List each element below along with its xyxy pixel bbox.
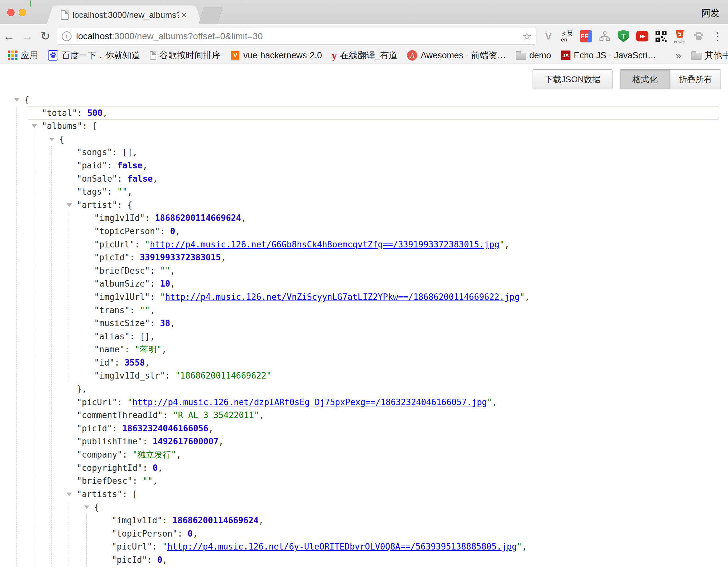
json-line: "musicSize": 38, — [0, 317, 728, 330]
indent-guide — [51, 172, 52, 185]
indent-guide — [69, 264, 69, 277]
json-punctuation: [ — [132, 489, 138, 499]
indent-guide — [34, 540, 34, 553]
json-value-number: 3391993372383015 — [140, 252, 221, 262]
indent-guide — [69, 211, 69, 225]
indent-guide — [51, 185, 52, 198]
html5-player-extension-icon[interactable]: 5PLAYER — [674, 30, 686, 42]
json-link-url[interactable]: http://p4.music.126.net/dzpIARf0sEg_Dj75… — [132, 397, 487, 407]
indent-guide — [51, 527, 52, 540]
sitemap-extension-icon[interactable] — [599, 30, 611, 42]
bookmark-baidu[interactable]: 百度一下，你就知道 — [48, 50, 140, 61]
json-value-string: "18686200114669622" — [175, 371, 271, 381]
new-tab-button[interactable] — [198, 7, 223, 24]
indent-guide — [51, 409, 52, 422]
indent-guide — [51, 277, 52, 291]
qr-code-extension-icon[interactable] — [655, 30, 667, 42]
indent-guide — [51, 462, 52, 475]
json-value-number: 1492617600007 — [153, 437, 219, 446]
bookmark-star-icon[interactable]: ☆ — [522, 30, 532, 42]
collapse-triangle-icon[interactable] — [14, 98, 19, 102]
indent-guide — [51, 553, 52, 567]
indent-guide — [51, 422, 52, 435]
collapse-triangle-icon[interactable] — [67, 493, 72, 496]
collapse-all-button[interactable]: 折叠所有 — [670, 70, 721, 89]
indent-guide — [69, 251, 69, 264]
json-line: "copyrightId": 0, — [0, 462, 728, 475]
json-value-string: "" — [160, 266, 170, 275]
json-line: "publishTime": 1492617600007, — [0, 435, 728, 448]
translate-extension-icon[interactable]: 英⇄en — [561, 30, 573, 42]
indent-guide — [51, 369, 52, 383]
json-key: "briefDesc" — [94, 266, 150, 275]
json-link-url[interactable]: http://p4.music.126.net/G6Gb8hsCk4h8oemc… — [150, 239, 499, 249]
zoom-window-button[interactable] — [30, 0, 31, 7]
site-info-icon[interactable]: i — [62, 31, 72, 41]
indent-guide — [51, 251, 52, 264]
json-value-string: "R_AL_3_35422011" — [173, 410, 259, 420]
bookmark-google-sort[interactable]: 谷歌按时间排序 — [150, 50, 221, 61]
json-line: "albumSize": 10, — [0, 277, 728, 291]
json-link-url[interactable]: http://p4.music.126.net/VnZiScyynLG7atLI… — [165, 292, 520, 302]
bookmark-folder-demo[interactable]: demo — [516, 50, 551, 61]
reload-button[interactable]: ↻ — [36, 29, 54, 43]
bookmark-youdao-translate[interactable]: y 在线翻译_有道 — [332, 50, 397, 61]
indent-guide — [69, 330, 69, 343]
profile-name[interactable]: 阿发 — [701, 7, 720, 19]
address-bar[interactable]: i localhost:3000/new_albums?offset=0&lim… — [57, 28, 536, 45]
indent-guide — [34, 304, 34, 317]
indent-guide — [86, 540, 87, 553]
collapse-triangle-icon[interactable] — [32, 124, 37, 128]
bookmarks-bar: 应用 百度一下，你就知道 谷歌按时间排序 V vue-hackernews-2.… — [0, 48, 728, 63]
indent-guide — [34, 383, 34, 396]
video-fastforward-extension-icon[interactable]: ▶▶ — [636, 30, 648, 42]
indent-guide — [86, 514, 87, 527]
bookmarks-overflow-chevron[interactable]: » — [676, 50, 681, 61]
collapse-triangle-icon[interactable] — [67, 203, 72, 207]
json-key: "artists" — [77, 489, 122, 499]
collapse-triangle-icon[interactable] — [84, 506, 89, 509]
fe-extension-icon[interactable]: FE — [580, 30, 592, 42]
json-key: "total" — [42, 108, 77, 118]
download-json-button[interactable]: 下载JSON数据 — [533, 69, 612, 89]
bookmark-awesomes[interactable]: A Awesomes - 前端资… — [407, 50, 506, 61]
paw-extension-icon[interactable] — [692, 30, 705, 42]
json-value-number: 0 — [188, 529, 193, 539]
forward-button[interactable]: → — [18, 29, 36, 43]
json-link-url[interactable]: http://p4.music.126.net/6y-UleORITEDbvrO… — [167, 542, 517, 551]
json-key: "name" — [94, 345, 125, 354]
other-bookmarks-folder[interactable]: 其他书签 — [691, 50, 728, 61]
folder-icon — [516, 53, 526, 60]
browser-menu-icon[interactable]: ⋮ — [711, 30, 723, 42]
bookmark-echojs[interactable]: JS Echo JS - JavaScri… — [561, 50, 656, 61]
minimize-window-button[interactable] — [19, 9, 26, 16]
json-key: "topicPerson" — [94, 226, 160, 236]
indent-guide — [51, 501, 52, 514]
json-punctuation: }, — [77, 384, 87, 394]
vue-devtools-icon[interactable]: V — [542, 30, 555, 42]
back-button[interactable]: ← — [0, 29, 18, 43]
indent-guide — [34, 317, 34, 330]
bookmark-apps[interactable]: 应用 — [8, 50, 38, 61]
close-window-button[interactable] — [7, 9, 15, 16]
json-line: "picId": 0, — [0, 553, 728, 567]
indent-guide — [69, 501, 69, 514]
indent-guide — [51, 396, 52, 409]
browser-tab[interactable]: localhost:3000/new_albums?o × — [54, 6, 194, 24]
json-key: "picUrl" — [94, 239, 135, 249]
vue-v-icon: V — [230, 50, 240, 60]
json-key: "albumSize" — [94, 279, 150, 289]
json-line: "name": "蒋明", — [0, 343, 728, 356]
collapse-triangle-icon[interactable] — [49, 138, 54, 141]
json-key: "company" — [77, 450, 122, 460]
bookmark-vue-hackernews[interactable]: V vue-hackernews-2.0 — [230, 50, 322, 61]
indent-guide — [69, 291, 69, 304]
tab-close-icon[interactable]: × — [181, 10, 187, 20]
trust-shield-extension-icon[interactable]: T — [617, 30, 630, 42]
format-button[interactable]: 格式化 — [620, 70, 670, 89]
json-punctuation: [] — [140, 332, 150, 341]
indent-guide — [51, 330, 52, 343]
json-value-number: 0 — [153, 463, 158, 473]
json-line: "picUrl": "http://p4.music.126.net/G6Gb8… — [0, 238, 728, 251]
apps-grid-icon — [8, 50, 17, 60]
